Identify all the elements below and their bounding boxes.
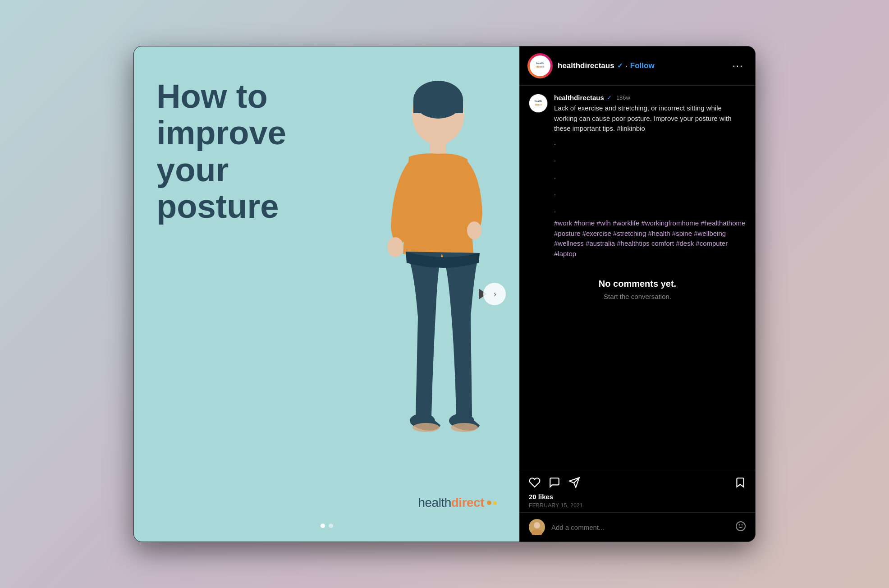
- svg-rect-2: [413, 100, 463, 113]
- likes-count: 20 likes: [529, 493, 746, 501]
- post-image-panel: How to improve your posture: [134, 46, 519, 542]
- no-comments-title: No comments yet.: [538, 279, 737, 289]
- comment-input[interactable]: [551, 524, 729, 531]
- svg-point-5: [467, 221, 481, 239]
- svg-text:direct: direct: [535, 103, 542, 106]
- svg-point-20: [736, 522, 745, 531]
- emoji-button[interactable]: [735, 521, 746, 534]
- svg-point-18: [534, 522, 540, 528]
- carousel-dot-2[interactable]: [329, 524, 333, 528]
- post-right-panel: health direct healthdirectaus ✓ · Follow…: [519, 46, 755, 542]
- brand-logo: healthdirect: [418, 496, 497, 510]
- svg-text:direct: direct: [536, 65, 544, 68]
- verified-badge: ✓: [617, 62, 623, 70]
- svg-point-8: [412, 423, 440, 432]
- post-date: February 15, 2021: [529, 502, 746, 509]
- no-comments-section: No comments yet. Start the conversation.: [529, 265, 746, 314]
- caption-avatar: health direct: [529, 94, 548, 113]
- caption-verified: ✓: [607, 94, 612, 101]
- comments-area: health direct healthdirectaus ✓ 186w Lac…: [520, 86, 755, 470]
- person-illustration: [339, 64, 492, 452]
- instagram-post-card: How to improve your posture: [133, 46, 756, 542]
- post-title: How to improve your posture: [156, 78, 286, 225]
- caption-content: healthdirectaus ✓ 186w Lack of exercise …: [554, 94, 746, 259]
- action-icons-row: [529, 477, 746, 488]
- header-username: healthdirectaus ✓ · Follow: [558, 61, 724, 70]
- header-username-area: healthdirectaus ✓ · Follow: [558, 61, 724, 70]
- svg-text:health: health: [535, 100, 542, 102]
- svg-text:health: health: [536, 62, 544, 64]
- actions-bar: 20 likes February 15, 2021: [520, 470, 755, 512]
- svg-point-19: [532, 529, 542, 535]
- dots-spacer: .....: [554, 134, 746, 219]
- caption-time: 186w: [616, 94, 630, 101]
- share-button[interactable]: [568, 477, 580, 488]
- follow-button[interactable]: Follow: [630, 61, 655, 70]
- caption-comment: health direct healthdirectaus ✓ 186w Lac…: [529, 94, 746, 259]
- post-header: health direct healthdirectaus ✓ · Follow…: [520, 46, 755, 86]
- next-arrow[interactable]: ›: [477, 283, 506, 305]
- carousel-dots: [321, 524, 333, 528]
- carousel-dot-1[interactable]: [321, 524, 325, 528]
- no-comments-subtitle: Start the conversation.: [538, 293, 737, 300]
- svg-point-9: [451, 423, 478, 432]
- commenter-avatar: [529, 519, 545, 535]
- more-options-button[interactable]: ···: [730, 60, 746, 72]
- arrow-circle: ›: [483, 283, 506, 305]
- caption-text: Lack of exercise and stretching, or inco…: [554, 103, 746, 259]
- logo-dots: [487, 501, 497, 505]
- caption-username: healthdirectaus: [554, 94, 604, 101]
- like-button[interactable]: [529, 477, 541, 488]
- avatar: health direct: [529, 55, 551, 77]
- bookmark-button[interactable]: [734, 477, 746, 488]
- svg-point-4: [387, 237, 403, 257]
- comment-button[interactable]: [549, 477, 560, 488]
- hashtags: #work #home #wfh #worklife #workingfromh…: [554, 219, 745, 257]
- add-comment-row: [520, 512, 755, 542]
- avatar-inner: health direct: [530, 55, 550, 76]
